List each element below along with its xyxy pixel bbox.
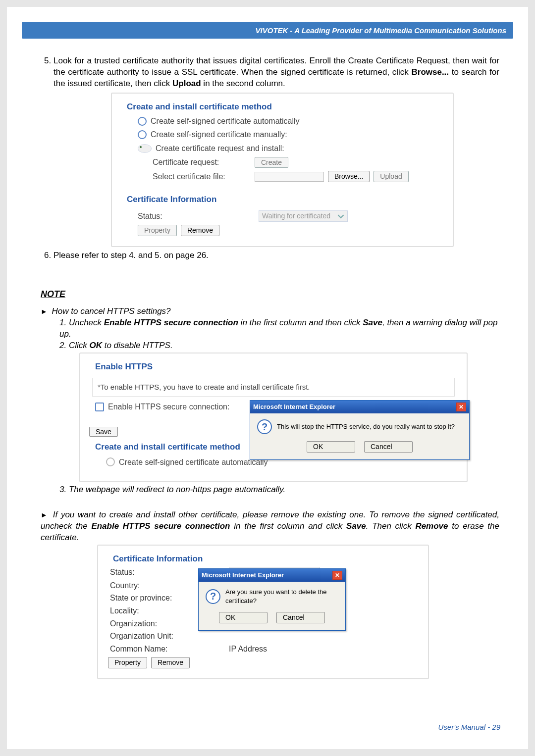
cert-request-row: Certificate request: Create — [153, 157, 441, 168]
panel-certinfo-legend: Certificate Information — [124, 194, 219, 205]
note-q1-step3: 3. The webpage will redirect to non-http… — [41, 484, 499, 496]
cert-file-label: Select certificate file: — [153, 171, 251, 182]
close-icon[interactable]: ✕ — [456, 403, 466, 411]
doc-header: VIVOTEK - A Leading Provider of Multimed… — [22, 22, 513, 39]
ie-dialog-delete-cert: Microsoft Internet Explorer ✕ ? Are you … — [198, 568, 346, 631]
status-value: Waiting for certificated — [262, 211, 330, 221]
opt-request-label: Create certificate request and install: — [156, 143, 284, 154]
radio-selected-icon[interactable] — [138, 144, 152, 153]
page-footer: User's Manual - 29 — [438, 723, 500, 731]
property-button-2[interactable]: Property — [108, 657, 147, 668]
step-5-browse: Browse... — [411, 67, 449, 77]
triangle-right-icon: ► — [41, 511, 48, 519]
step-5-text-c: in the second column. — [201, 79, 285, 88]
opt-auto-label: Create self-signed certificate automatic… — [151, 116, 300, 127]
ie-dialog-message: Are you sure you want to delete the cert… — [225, 588, 338, 605]
ie-dialog-message: This will stop the HTTPS service, do you… — [277, 422, 455, 431]
opt-manual-label: Create self-signed certificate manually: — [151, 129, 287, 140]
question-icon: ? — [206, 589, 220, 604]
radio-icon[interactable] — [138, 130, 147, 139]
note-q1-text: How to cancel HTTPS settings? — [52, 306, 171, 316]
status-row: Status: Waiting for certificated — [138, 210, 441, 222]
step-6-text: Please refer to step 4. and 5. on page 2… — [54, 251, 209, 260]
panel-install-method: Create and install certificate method Cr… — [111, 93, 454, 247]
status-label: Status: — [138, 211, 255, 222]
note-q2: ► If you want to create and install othe… — [41, 509, 499, 544]
page-sheet: VIVOTEK - A Leading Provider of Multimed… — [0, 0, 535, 756]
question-icon: ? — [257, 419, 272, 434]
remove-button[interactable]: Remove — [181, 225, 219, 236]
note-q1-step2: 2. Click OK to disable HTTPS. — [59, 340, 499, 352]
k-orgunit: Organization Unit: — [110, 631, 229, 642]
create-button[interactable]: Create — [255, 157, 288, 168]
panel-install-legend-2: Create and install certificate method — [92, 442, 243, 453]
panel-install-legend: Create and install certificate method — [124, 101, 275, 113]
enable-https-label: Enable HTTPS secure connection: — [108, 402, 229, 412]
ie-dialog-titlebar[interactable]: Microsoft Internet Explorer ✕ — [250, 401, 469, 413]
radio-icon[interactable] — [138, 117, 147, 126]
ok-button[interactable]: OK — [307, 441, 355, 453]
checkbox-icon[interactable] — [95, 403, 104, 411]
opt-auto-row[interactable]: Create self-signed certificate automatic… — [138, 116, 441, 127]
property-button[interactable]: Property — [138, 225, 177, 236]
k-common: Common Name: — [110, 644, 229, 655]
https-hint: *To enable HTTPS, you have to create and… — [92, 378, 455, 397]
step-5-upload: Upload — [172, 79, 201, 88]
browse-button[interactable]: Browse... — [328, 171, 370, 182]
panel-certinfo-legend2: Certificate Information — [110, 554, 206, 565]
ie-dialog-title: Microsoft Internet Explorer — [202, 571, 284, 580]
doc-body: Look for a trusted certificate authority… — [22, 39, 513, 679]
ie-dialog-titlebar[interactable]: Microsoft Internet Explorer ✕ — [199, 569, 345, 582]
cert-file-row: Select certificate file: Browse... Uploa… — [153, 171, 441, 182]
radio-disabled-icon — [106, 457, 115, 466]
ie-dialog-stop-https: Microsoft Internet Explorer ✕ ? This wil… — [250, 400, 470, 460]
opt-request-row[interactable]: Create certificate request and install: — [138, 143, 441, 154]
status-select[interactable]: Waiting for certificated — [259, 210, 348, 222]
panel-enable-legend: Enable HTTPS — [92, 361, 156, 373]
chevron-down-icon — [337, 213, 344, 220]
v-common: IP Address — [229, 644, 267, 655]
save-button[interactable]: Save — [89, 427, 118, 437]
note-q1-step1: 1. Uncheck Enable HTTPS secure connectio… — [59, 317, 499, 340]
cancel-button[interactable]: Cancel — [364, 441, 413, 453]
step-6: Please refer to step 4. and 5. on page 2… — [54, 250, 499, 261]
cancel-button[interactable]: Cancel — [276, 612, 325, 623]
cert-request-label: Certificate request: — [153, 157, 251, 168]
doc-header-title: VIVOTEK - A Leading Provider of Multimed… — [256, 26, 506, 35]
triangle-right-icon: ► — [41, 307, 48, 315]
opt-manual-row[interactable]: Create self-signed certificate manually: — [138, 129, 441, 140]
ie-dialog-title: Microsoft Internet Explorer — [253, 403, 335, 411]
note-heading: NOTE — [41, 288, 499, 300]
property-remove-row: Property Remove — [138, 225, 441, 236]
numbered-steps: Look for a trusted certificate authority… — [41, 55, 499, 261]
opt-auto-label-2: Create self-signed certificate automatic… — [119, 457, 268, 468]
cert-file-input[interactable] — [255, 172, 324, 182]
step-5: Look for a trusted certificate authority… — [54, 55, 499, 247]
remove-button-2[interactable]: Remove — [151, 657, 190, 668]
upload-button[interactable]: Upload — [374, 171, 408, 182]
panel-cert-info: Certificate Information Status: Active C… — [97, 545, 429, 679]
close-icon[interactable]: ✕ — [332, 571, 342, 580]
ok-button[interactable]: OK — [219, 612, 268, 623]
panel-enable-https: Enable HTTPS *To enable HTTPS, you have … — [79, 353, 468, 482]
note-q1: ► How to cancel HTTPS settings? 1. Unche… — [41, 306, 499, 352]
